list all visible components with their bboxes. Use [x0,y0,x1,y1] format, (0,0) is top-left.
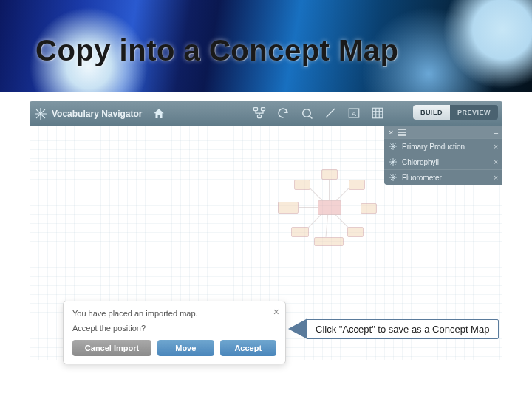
app-toolbar: Vocabulary Navigator A [30,101,502,126]
snowflake-icon [389,142,398,151]
canvas[interactable]: × – Primary Production × Chlorophyll × [30,126,502,360]
remove-icon[interactable]: × [494,158,498,166]
side-panel-header: × – [384,126,502,138]
mode-build[interactable]: BUILD [413,105,450,120]
close-icon[interactable]: × [389,128,393,137]
svg-rect-12 [372,108,383,118]
panel-item-label: Chlorophyll [402,158,439,166]
tool-cluster: A [251,105,386,121]
svg-line-9 [326,109,335,117]
home-button[interactable] [152,107,166,120]
panel-item[interactable]: Fluorometer × [384,169,502,185]
mode-preview[interactable]: PREVIEW [450,105,498,120]
accept-button[interactable]: Accept [220,340,276,356]
svg-point-7 [303,109,311,117]
line-tool-icon[interactable] [322,105,338,121]
cancel-import-button[interactable]: Cancel Import [72,340,151,356]
dialog-message-1: You have placed an imported map. [72,309,276,318]
undo-icon[interactable] [275,105,291,121]
text-tool-icon[interactable]: A [346,105,362,121]
panel-item-label: Primary Production [402,143,465,151]
snowflake-icon [389,157,398,166]
svg-text:A: A [352,110,356,117]
nodes-tool-icon[interactable] [251,105,267,121]
slide-hero: Copy into a Concept Map [0,0,532,92]
app-frame: Vocabulary Navigator A [30,101,502,360]
dialog-message-2: Accept the position? [72,324,276,332]
grid-tool-icon[interactable] [369,105,386,121]
callout-text: Click "Accept" to save as a Concept Map [306,319,499,339]
close-icon[interactable]: × [273,306,279,318]
arrow-left-icon [288,318,307,339]
remove-icon[interactable]: × [494,143,498,151]
snowflake-icon [389,173,398,182]
brand-label: Vocabulary Navigator [52,109,142,119]
svg-rect-4 [254,108,258,111]
remove-icon[interactable]: × [494,174,498,182]
circle-tool-icon[interactable] [299,105,315,121]
side-panel: × – Primary Production × Chlorophyll × [384,126,502,185]
instruction-callout: Click "Accept" to save as a Concept Map [288,318,499,339]
move-button[interactable]: Move [157,340,214,356]
mode-toggle[interactable]: BUILD PREVIEW [413,105,498,120]
minimize-icon[interactable]: – [494,129,498,137]
svg-rect-6 [258,115,262,118]
panel-item-label: Fluorometer [402,174,442,182]
menu-icon[interactable] [398,129,406,136]
panel-item[interactable]: Primary Production × [384,138,502,154]
slide-title: Copy into a Concept Map [35,34,399,67]
snowflake-icon [34,107,47,120]
imported-map-ghost [273,163,384,252]
import-dialog: × You have placed an imported map. Accep… [63,301,286,364]
panel-item[interactable]: Chlorophyll × [384,154,502,169]
svg-rect-5 [262,108,265,111]
svg-line-8 [310,116,313,119]
